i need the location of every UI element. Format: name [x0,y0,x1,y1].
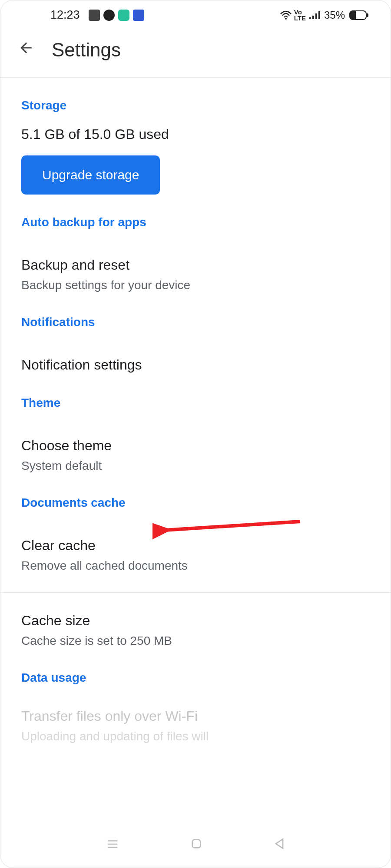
status-right: VoLTE 35% [280,9,367,21]
auto-backup-section: Auto backup for apps Backup and reset Ba… [21,195,370,294]
svg-point-0 [285,18,287,20]
backup-reset-subtitle: Backup settings for your device [21,276,370,294]
transfer-wifi-item[interactable]: Transfer files only over Wi-Fi Uploading… [21,697,370,746]
notification-icon [103,10,115,21]
recent-apps-icon[interactable] [105,836,120,855]
data-usage-section: Data usage Transfer files only over Wi-F… [21,650,370,746]
header: Settings [0,26,391,78]
backup-reset-item[interactable]: Backup and reset Backup settings for you… [21,241,370,294]
notification-settings-title: Notification settings [21,354,370,375]
theme-header: Theme [21,396,370,410]
cache-size-subtitle: Cache size is set to 250 MB [21,632,370,650]
home-icon[interactable] [189,836,203,855]
data-usage-header: Data usage [21,671,370,685]
cache-size-title: Cache size [21,610,370,631]
transfer-wifi-title: Transfer files only over Wi-Fi [21,706,370,726]
notification-settings-item[interactable]: Notification settings [21,341,370,375]
wifi-icon [280,10,292,20]
navigation-bar [0,836,391,855]
svg-rect-3 [315,13,317,19]
notifications-header: Notifications [21,315,370,329]
battery-icon [349,10,367,20]
cache-size-item[interactable]: Cache size Cache size is set to 250 MB [21,593,370,650]
page-title: Settings [52,39,121,61]
status-bar: 12:23 VoLTE 35% [0,0,391,26]
notification-icon [118,10,129,21]
back-arrow-icon[interactable] [18,40,34,60]
theme-section: Theme Choose theme System default [21,375,370,475]
svg-rect-1 [309,17,311,19]
transfer-wifi-subtitle: Uploading and updating of files will [21,727,370,746]
notifications-section: Notifications Notification settings [21,294,370,375]
upgrade-storage-button[interactable]: Upgrade storage [21,155,160,195]
status-notification-icons [89,10,144,21]
notification-icon [133,10,144,21]
choose-theme-subtitle: System default [21,457,370,475]
storage-usage-text: 5.1 GB of 15.0 GB used [21,125,370,144]
lte-icon: VoLTE [294,9,306,21]
svg-rect-4 [318,11,320,19]
clear-cache-subtitle: Remove all cached documents [21,557,370,575]
signal-icon [308,10,321,20]
choose-theme-item[interactable]: Choose theme System default [21,422,370,475]
storage-section: Storage 5.1 GB of 15.0 GB used Upgrade s… [21,78,370,195]
clear-cache-title: Clear cache [21,535,370,556]
status-time: 12:23 [50,8,80,22]
auto-backup-header: Auto backup for apps [21,215,370,229]
backup-reset-title: Backup and reset [21,254,370,275]
storage-header: Storage [21,99,370,112]
status-left: 12:23 [50,8,144,22]
clear-cache-item[interactable]: Clear cache Remove all cached documents [21,522,370,575]
documents-cache-header: Documents cache [21,496,370,510]
svg-rect-2 [312,16,314,19]
battery-percent: 35% [324,9,345,21]
svg-rect-7 [192,840,201,848]
content: Storage 5.1 GB of 15.0 GB used Upgrade s… [0,78,391,746]
documents-cache-section: Documents cache Clear cache Remove all c… [21,475,370,650]
back-icon[interactable] [272,836,286,855]
notification-icon [89,10,100,21]
choose-theme-title: Choose theme [21,435,370,456]
